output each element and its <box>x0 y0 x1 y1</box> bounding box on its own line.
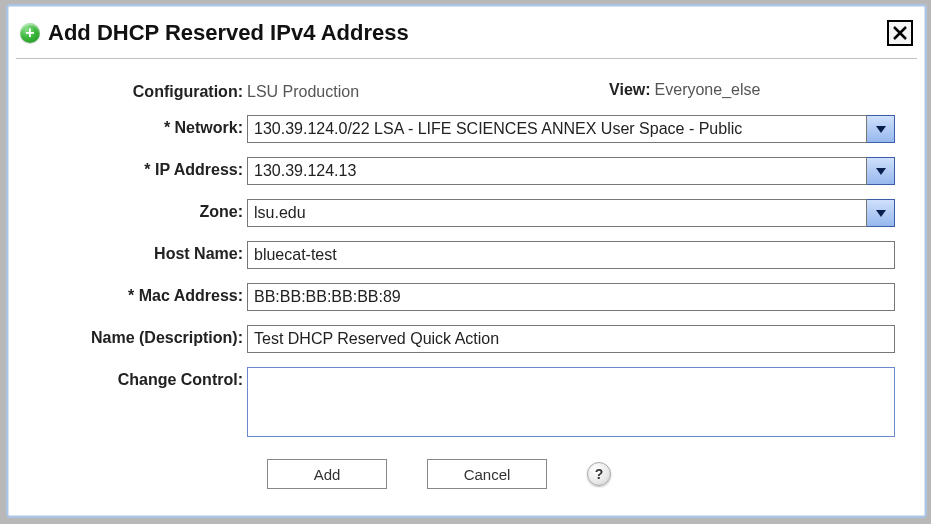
button-row: Add Cancel ? <box>267 459 895 489</box>
add-icon: + <box>20 23 40 43</box>
label-host-name: Host Name: <box>38 241 247 263</box>
label-change-control: Change Control: <box>38 367 247 389</box>
chevron-down-icon <box>876 208 886 218</box>
label-configuration: Configuration: <box>38 79 247 101</box>
network-input[interactable] <box>247 115 867 143</box>
label-network: * Network: <box>38 115 247 137</box>
name-description-input[interactable] <box>247 325 895 353</box>
ip-address-input[interactable] <box>247 157 867 185</box>
label-zone: Zone: <box>38 199 247 221</box>
zone-dropdown-button[interactable] <box>867 199 895 227</box>
cancel-button[interactable]: Cancel <box>427 459 547 489</box>
chevron-down-icon <box>876 124 886 134</box>
help-button[interactable]: ? <box>587 462 611 486</box>
dialog-titlebar: + Add DHCP Reserved IPv4 Address <box>8 6 925 58</box>
value-configuration: LSU Production <box>247 79 359 101</box>
host-name-input[interactable] <box>247 241 895 269</box>
dialog-title: Add DHCP Reserved IPv4 Address <box>48 20 887 46</box>
mac-address-input[interactable] <box>247 283 895 311</box>
ip-address-dropdown-button[interactable] <box>867 157 895 185</box>
label-view: View: <box>609 81 651 99</box>
chevron-down-icon <box>876 166 886 176</box>
svg-marker-2 <box>876 126 886 133</box>
label-mac-address: * Mac Address: <box>38 283 247 305</box>
form-area: Configuration: LSU Production View: Ever… <box>8 59 925 489</box>
add-button[interactable]: Add <box>267 459 387 489</box>
change-control-textarea[interactable] <box>247 367 895 437</box>
close-button[interactable] <box>887 20 913 46</box>
dialog-add-dhcp-reserved: + Add DHCP Reserved IPv4 Address Configu… <box>6 4 927 518</box>
value-view: Everyone_else <box>655 81 761 99</box>
svg-marker-3 <box>876 168 886 175</box>
zone-input[interactable] <box>247 199 867 227</box>
network-dropdown-button[interactable] <box>867 115 895 143</box>
svg-marker-4 <box>876 210 886 217</box>
label-name-description: Name (Description): <box>38 325 247 347</box>
close-icon <box>893 26 907 40</box>
label-ip-address: * IP Address: <box>38 157 247 179</box>
